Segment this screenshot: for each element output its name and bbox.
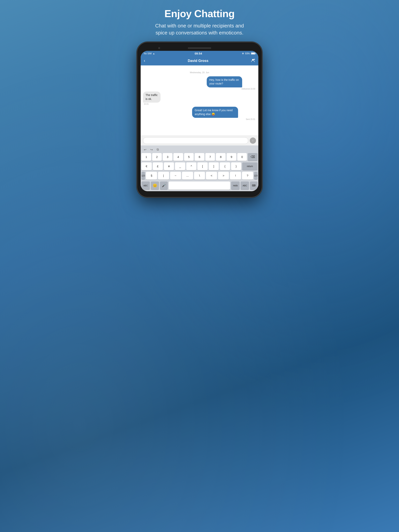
phone-screen: No SIM ▲ 09:54 ✻ 93% ‹ David Gross (141, 51, 258, 191)
space-key[interactable] (169, 182, 230, 190)
status-left: No SIM ▲ (144, 52, 155, 55)
keyboard-switch-key[interactable]: ⌨ (250, 182, 257, 190)
symbol-row-1: € £ ¥ _ ^ [ ] { } return (142, 162, 257, 170)
key-0[interactable]: 0 (237, 153, 247, 161)
phone-frame: No SIM ▲ 09:54 ✻ 93% ‹ David Gross (137, 42, 262, 197)
key-bracket-close[interactable]: ] (209, 162, 219, 170)
phone-device: No SIM ▲ 09:54 ✻ 93% ‹ David Gross (137, 42, 262, 197)
key-exclaim[interactable]: ! (230, 172, 241, 180)
message-row: Hey, how is the traffic on your route? D… (143, 76, 256, 90)
key-backslash[interactable]: \ (194, 172, 205, 180)
key-2[interactable]: 2 (152, 153, 162, 161)
input-bar: ↑ (141, 136, 258, 146)
sent-bubble: Great! Let me know if you need anything … (192, 107, 238, 118)
nav-bar: ‹ David Gross (141, 56, 258, 65)
key-6[interactable]: 6 (195, 153, 204, 161)
key-pipe[interactable]: | (158, 172, 169, 180)
add-contact-button[interactable] (251, 58, 255, 63)
key-caret[interactable]: ^ (186, 162, 196, 170)
nav-title: David Gross (188, 59, 208, 63)
chat-area: Wednesday, 20. Jun Hey, how is the traff… (141, 65, 258, 136)
key-3[interactable]: 3 (163, 153, 172, 161)
undo-button[interactable]: ↩ (143, 147, 147, 152)
bottom-row: ABC 😊 🎤 redo ABC ⌨ (142, 182, 257, 190)
key-tilde[interactable]: ~ (170, 172, 181, 180)
key-euro[interactable]: € (142, 162, 152, 170)
bluetooth-icon: ✻ (242, 52, 244, 55)
key-123-left[interactable]: 123 (142, 172, 145, 180)
key-8[interactable]: 8 (216, 153, 225, 161)
message-meta-sent: Sent 15:01 (192, 118, 256, 120)
message-meta-sent: Delivered 15:00 (207, 88, 256, 90)
battery-pct: 93% (245, 52, 250, 55)
key-lt[interactable]: < (206, 172, 217, 180)
abc-right-key[interactable]: ABC (241, 182, 249, 190)
key-4[interactable]: 4 (174, 153, 183, 161)
phone-top-bar (141, 46, 258, 51)
back-button[interactable]: ‹ (144, 58, 145, 63)
key-5[interactable]: 5 (184, 153, 194, 161)
received-bubble: The traffic is ok. (143, 92, 161, 103)
battery-bar (251, 52, 255, 55)
phone-camera (158, 47, 160, 49)
page-header: Enjoy Chatting Chat with one or multiple… (147, 0, 252, 42)
date-divider: Wednesday, 20. Jun (143, 71, 256, 74)
redo-key[interactable]: redo (231, 182, 240, 190)
number-row: 1 2 3 4 5 6 7 8 9 0 ⌫ (142, 153, 257, 161)
keyboard-toolbar: ↩ ↪ ⧉ (142, 147, 257, 153)
message-row: The traffic is ok. 15:01 (143, 92, 256, 105)
battery-fill (251, 53, 255, 54)
key-7[interactable]: 7 (205, 153, 215, 161)
send-button[interactable]: ↑ (250, 138, 256, 144)
key-section[interactable]: § (146, 172, 157, 180)
emoji-key[interactable]: 😊 (151, 182, 159, 190)
key-yen[interactable]: ¥ (164, 162, 174, 170)
status-time: 09:54 (195, 52, 202, 55)
status-bar: No SIM ▲ 09:54 ✻ 93% (141, 51, 258, 56)
key-pound[interactable]: £ (153, 162, 163, 170)
add-contact-icon (251, 58, 255, 63)
abc-left-key[interactable]: ABC (142, 182, 150, 190)
carrier-label: No SIM (144, 52, 152, 55)
symbol-row-2: 123 § | ~ ... \ < > ! ? 123 (142, 172, 257, 180)
status-right: ✻ 93% (242, 52, 255, 55)
key-1[interactable]: 1 (142, 153, 151, 161)
delete-key[interactable]: ⌫ (248, 153, 257, 161)
key-brace-close[interactable]: } (231, 162, 241, 170)
key-gt[interactable]: > (218, 172, 229, 180)
message-row: Great! Let me know if you need anything … (143, 107, 256, 120)
mic-key[interactable]: 🎤 (160, 182, 168, 190)
phone-speaker (188, 47, 211, 49)
return-key[interactable]: return (242, 162, 257, 170)
keyboard-area: ↩ ↪ ⧉ 1 2 3 4 5 6 7 8 (141, 146, 258, 191)
key-brace-open[interactable]: { (220, 162, 230, 170)
message-meta-received: 15:01 (143, 103, 167, 105)
key-underscore[interactable]: _ (175, 162, 185, 170)
page-title: Enjoy Chatting (151, 8, 248, 19)
key-ellipsis[interactable]: ... (182, 172, 193, 180)
keyboard-rows: 1 2 3 4 5 6 7 8 9 0 ⌫ € (142, 153, 257, 190)
page-subtitle: Chat with one or multiple recipients and… (151, 22, 248, 36)
key-9[interactable]: 9 (227, 153, 236, 161)
wifi-icon: ▲ (153, 52, 155, 55)
sent-bubble: Hey, how is the traffic on your route? (207, 76, 242, 88)
key-bracket-open[interactable]: [ (197, 162, 207, 170)
key-123-right[interactable]: 123 (254, 172, 257, 180)
key-question[interactable]: ? (242, 172, 253, 180)
message-input[interactable] (143, 137, 248, 144)
redo-button[interactable]: ↪ (149, 147, 154, 152)
paste-button[interactable]: ⧉ (156, 147, 160, 152)
